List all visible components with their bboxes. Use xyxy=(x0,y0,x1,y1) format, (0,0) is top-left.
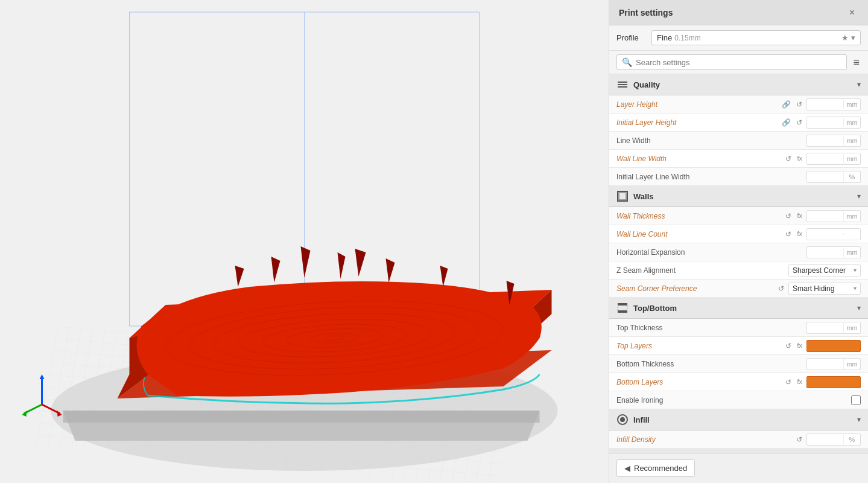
infill-chevron-icon: ▾ xyxy=(857,415,861,424)
wall-thickness-label: Wall Thickness xyxy=(616,212,784,220)
seam-corner-dropdown[interactable]: Smart Hiding ▾ xyxy=(788,283,861,295)
panel-footer: ◀ Recommended xyxy=(609,453,868,483)
section-top-bottom[interactable]: Top/Bottom ▾ xyxy=(609,298,868,319)
bottom-layers-reset-btn[interactable]: ↺ xyxy=(784,378,793,386)
top-thickness-input[interactable]: 0.8 xyxy=(807,322,843,333)
infill-density-reset-btn[interactable]: ↺ xyxy=(794,435,804,444)
wall-thickness-input[interactable]: 2.0 xyxy=(807,211,843,222)
svg-rect-44 xyxy=(618,305,627,310)
star-icon: ★ xyxy=(841,33,849,42)
setting-top-thickness: Top Thickness 0.8 mm xyxy=(609,319,868,337)
initial-layer-height-input[interactable]: 0.2 xyxy=(807,117,843,128)
bottom-layers-label: Bottom Layers xyxy=(616,378,784,386)
infill-density-input[interactable]: 0.0 xyxy=(807,434,843,445)
top-layers-fx-btn[interactable]: fx xyxy=(795,342,804,350)
top-layers-input[interactable]: 0 xyxy=(807,341,843,351)
initial-layer-height-link-btn[interactable]: 🔗 xyxy=(780,118,793,127)
initial-layer-line-width-value: 100.0 % xyxy=(806,171,861,183)
wall-line-width-label: Wall Line Width xyxy=(616,155,784,163)
setting-horizontal-expansion: Horizontal Expansion 0.0 mm xyxy=(609,243,868,261)
top-layers-label: Top Layers xyxy=(616,342,784,350)
setting-bottom-layers: Bottom Layers ↺ fx 0 xyxy=(609,373,868,391)
recommended-label: Recommended xyxy=(634,464,687,473)
section-quality[interactable]: Quality ▾ xyxy=(609,74,868,95)
setting-layer-height: Layer Height 🔗 ↺ 0.2 mm xyxy=(609,95,868,114)
3d-viewport[interactable] xyxy=(0,0,609,483)
svg-marker-25 xyxy=(338,252,346,279)
top-bottom-section-icon xyxy=(616,302,629,314)
svg-marker-36 xyxy=(22,411,27,417)
svg-marker-24 xyxy=(271,257,280,283)
setting-wall-thickness: Wall Thickness ↺ fx 2.0 mm xyxy=(609,207,868,225)
search-row: 🔍 ≡ xyxy=(609,51,868,74)
wall-line-width-fx-btn[interactable]: fx xyxy=(795,155,804,162)
search-icon: 🔍 xyxy=(622,57,632,67)
svg-marker-32 xyxy=(40,374,45,379)
walls-section-title: Walls xyxy=(633,192,857,201)
seam-corner-reset-btn[interactable]: ↺ xyxy=(776,284,786,293)
wall-line-count-input[interactable]: 1 xyxy=(807,229,843,240)
horizontal-expansion-value: 0.0 mm xyxy=(806,246,861,258)
setting-line-width: Line Width 0.4 mm xyxy=(609,132,868,150)
settings-panel: Print settings × Profile Fine 0.15mm ★ ▾… xyxy=(609,0,868,483)
bottom-layers-fx-btn[interactable]: fx xyxy=(795,378,804,386)
initial-layer-height-actions: 🔗 ↺ xyxy=(780,118,804,127)
chevron-down-icon: ▾ xyxy=(851,33,855,42)
wall-line-count-fx-btn[interactable]: fx xyxy=(795,230,804,238)
line-width-input[interactable]: 0.4 xyxy=(807,135,843,146)
layer-height-unit: mm xyxy=(843,100,860,109)
wall-line-width-reset-btn[interactable]: ↺ xyxy=(784,155,793,163)
seam-corner-value: Smart Hiding xyxy=(793,284,851,293)
wall-thickness-fx-btn[interactable]: fx xyxy=(795,212,804,220)
search-input[interactable] xyxy=(636,58,841,67)
section-walls[interactable]: Walls ▾ xyxy=(609,186,868,207)
horizontal-expansion-unit: mm xyxy=(843,248,860,257)
layer-height-value: 0.2 mm xyxy=(806,98,861,110)
section-material[interactable]: Material ▾ xyxy=(609,449,868,453)
line-width-value: 0.4 mm xyxy=(806,135,861,147)
section-infill[interactable]: Infill ▾ xyxy=(609,409,868,430)
wall-line-width-value: 0.4 mm xyxy=(806,153,861,165)
initial-layer-height-label: Initial Layer Height xyxy=(616,118,780,127)
svg-rect-39 xyxy=(618,86,627,88)
recommended-button[interactable]: ◀ Recommended xyxy=(616,459,695,477)
profile-label: Profile xyxy=(616,33,647,42)
layer-height-reset-btn[interactable]: ↺ xyxy=(794,100,804,109)
bottom-layers-value: 0 xyxy=(806,376,861,388)
svg-rect-42 xyxy=(618,303,627,305)
layer-height-input[interactable]: 0.2 xyxy=(807,99,843,110)
initial-layer-height-reset-btn[interactable]: ↺ xyxy=(794,118,804,127)
layer-height-link-btn[interactable]: 🔗 xyxy=(780,100,793,109)
top-layers-reset-btn[interactable]: ↺ xyxy=(784,342,793,350)
initial-layer-line-width-label: Initial Layer Line Width xyxy=(616,173,806,181)
initial-layer-line-width-input[interactable]: 100.0 xyxy=(807,171,843,182)
bottom-layers-input[interactable]: 0 xyxy=(807,377,843,388)
bottom-layers-actions: ↺ fx xyxy=(784,378,804,386)
infill-section-icon xyxy=(616,414,629,426)
setting-initial-layer-line-width: Initial Layer Line Width 100.0 % xyxy=(609,168,868,186)
z-seam-alignment-dropdown[interactable]: Sharpest Corner ▾ xyxy=(788,264,861,277)
layer-height-label: Layer Height xyxy=(616,100,780,109)
close-button[interactable]: × xyxy=(846,6,858,19)
panel-title: Print settings xyxy=(619,8,673,18)
menu-button[interactable]: ≡ xyxy=(852,55,861,70)
svg-point-46 xyxy=(620,417,625,422)
line-width-unit: mm xyxy=(843,136,860,146)
quality-chevron-icon: ▾ xyxy=(857,80,861,89)
bottom-thickness-value: 0.8 mm xyxy=(806,358,861,370)
wall-thickness-reset-btn[interactable]: ↺ xyxy=(784,212,793,220)
svg-marker-3 xyxy=(63,411,540,423)
wall-line-count-reset-btn[interactable]: ↺ xyxy=(784,230,793,238)
initial-layer-height-unit: mm xyxy=(843,118,860,127)
enable-ironing-checkbox[interactable] xyxy=(851,395,861,405)
wall-line-width-actions: ↺ fx xyxy=(784,155,804,163)
wall-line-count-actions: ↺ fx xyxy=(784,230,804,238)
horizontal-expansion-input[interactable]: 0.0 xyxy=(807,247,843,258)
svg-rect-38 xyxy=(618,84,627,85)
top-layers-value: 0 xyxy=(806,340,861,352)
wall-line-width-input[interactable]: 0.4 xyxy=(807,153,843,164)
bottom-thickness-input[interactable]: 0.8 xyxy=(807,359,843,369)
profile-select[interactable]: Fine 0.15mm ★ ▾ xyxy=(651,30,861,45)
initial-layer-height-value: 0.2 mm xyxy=(806,117,861,129)
infill-density-label: Infill Density xyxy=(616,435,794,444)
